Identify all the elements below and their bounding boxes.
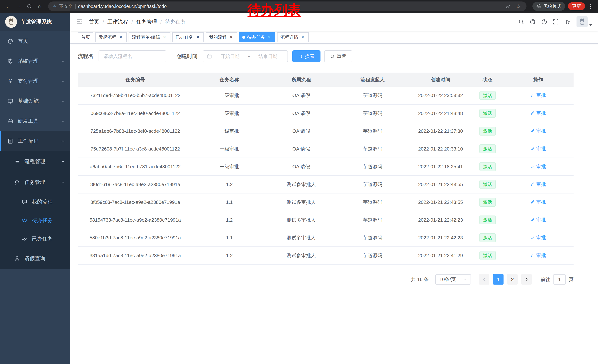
close-icon[interactable]: ✕ <box>300 35 305 40</box>
approve-link[interactable]: 审批 <box>530 163 546 170</box>
tag-process-detail[interactable]: 流程详情✕ <box>277 32 309 42</box>
approve-link[interactable]: 审批 <box>530 181 546 187</box>
approve-link[interactable]: 审批 <box>530 252 546 259</box>
cell-process: 测试多审批人 <box>266 247 336 264</box>
page-unit-label: 页 <box>569 276 573 283</box>
cell-created: 2022-01-22 20:33:10 <box>409 140 472 158</box>
sidebar-item-todo-tasks[interactable]: 待办任务 <box>0 211 70 230</box>
breadcrumb-separator: / <box>132 19 133 25</box>
status-badge: 激活 <box>479 127 496 135</box>
end-date-placeholder[interactable]: 结束日期 <box>252 53 284 60</box>
sidebar-item-system[interactable]: 系统管理 <box>0 51 70 71</box>
sidebar-item-home[interactable]: 首页 <box>0 31 70 51</box>
goto-page-input[interactable] <box>553 274 566 284</box>
browser-back-button[interactable]: ← <box>4 1 13 11</box>
page-button-2[interactable]: 2 <box>507 274 518 284</box>
tag-home[interactable]: 首页 <box>78 32 93 42</box>
filter-bar: 流程名 创建时间 开始日期 - 结束日期 搜索 重置 <box>78 50 590 62</box>
cell-initiator: 芋道源码 <box>336 211 409 229</box>
sidebar-item-my-process[interactable]: 我的流程 <box>0 193 70 211</box>
cell-task-id: 8f0d1619-7ac8-11ec-a9e2-a2380e71991a <box>78 176 193 193</box>
search-icon <box>518 19 524 25</box>
incognito-icon <box>536 4 541 9</box>
close-icon[interactable]: ✕ <box>267 35 272 40</box>
browser-refresh-button[interactable] <box>25 1 34 11</box>
sidebar-item-payment[interactable]: ¥ 支付管理 <box>0 71 70 91</box>
approve-link[interactable]: 审批 <box>530 235 546 241</box>
tag-start-process[interactable]: 发起流程✕ <box>95 32 127 42</box>
reset-button[interactable]: 重置 <box>324 50 352 62</box>
font-size-button[interactable] <box>564 19 570 25</box>
close-icon[interactable]: ✕ <box>229 35 234 40</box>
browser-forward-button[interactable]: → <box>14 1 24 11</box>
next-page-button[interactable] <box>521 274 532 284</box>
process-name-input[interactable] <box>99 50 166 62</box>
start-date-placeholder[interactable]: 开始日期 <box>214 53 246 60</box>
bookmark-star-icon[interactable]: ☆ <box>515 3 522 10</box>
status-badge: 激活 <box>479 109 496 118</box>
cell-task-id: 580e1b3d-7ac8-11ec-a9e2-a2380e71991a <box>78 229 193 247</box>
tag-label: 流程详情 <box>281 34 298 40</box>
cell-created: 2022-01-22 23:53:32 <box>409 87 472 105</box>
logo-avatar <box>5 16 17 28</box>
browser-home-button[interactable]: ⌂ <box>35 1 44 11</box>
approve-link[interactable]: 审批 <box>530 199 546 205</box>
github-button[interactable] <box>530 19 536 25</box>
breadcrumb-item-current: 待办任务 <box>165 18 186 25</box>
breadcrumb-item[interactable]: 工作流程 <box>108 18 128 25</box>
search-button[interactable] <box>518 19 524 25</box>
tag-form-edit[interactable]: 流程表单-编辑✕ <box>129 32 170 42</box>
approve-link[interactable]: 审批 <box>530 217 546 223</box>
date-range-picker[interactable]: 开始日期 - 结束日期 <box>203 50 288 62</box>
close-icon[interactable]: ✕ <box>118 35 123 40</box>
password-key-icon[interactable] <box>505 3 512 10</box>
cell-task-name: 1.2 <box>193 211 266 229</box>
prev-page-button[interactable] <box>479 274 490 284</box>
approve-link[interactable]: 审批 <box>530 128 546 134</box>
tags-view: 首页 发起流程✕ 流程表单-编辑✕ 已办任务✕ 我的流程✕ 待办任务✕ 流程详情… <box>70 31 598 44</box>
tag-my-process[interactable]: 我的流程✕ <box>206 32 237 42</box>
search-button[interactable]: 搜索 <box>292 50 321 62</box>
sidebar-item-label: 待办任务 <box>32 217 53 224</box>
sidebar-item-leave-query[interactable]: 请假查询 <box>0 248 70 269</box>
cell-task-name: 一级审批 <box>193 87 266 105</box>
page-size-select[interactable]: 10条/页 <box>435 274 471 284</box>
close-icon[interactable]: ✕ <box>162 35 167 40</box>
incognito-badge: 无痕模式 <box>532 2 565 11</box>
help-button[interactable] <box>541 19 547 25</box>
edit-icon <box>530 235 535 240</box>
cell-created: 2022-01-22 21:48:48 <box>409 105 472 122</box>
sidebar-item-process-mgmt[interactable]: 流程管理 <box>0 151 70 172</box>
sidebar-collapse-button[interactable] <box>76 18 83 25</box>
tag-label: 首页 <box>81 34 90 40</box>
sidebar-item-devtools[interactable]: 研发工具 <box>0 111 70 131</box>
cell-process: 测试多审批人 <box>266 211 336 229</box>
sidebar-logo[interactable]: 芋道管理系统 <box>0 13 70 31</box>
col-created: 创建时间 <box>409 73 472 87</box>
user-menu[interactable] <box>576 16 592 27</box>
edit-icon <box>530 146 535 151</box>
fullscreen-button[interactable] <box>553 19 559 25</box>
active-dot <box>242 36 245 39</box>
mascot-icon <box>8 18 15 25</box>
sidebar-item-infra[interactable]: 基础设施 <box>0 91 70 111</box>
sidebar-item-done-tasks[interactable]: 已办任务 <box>0 230 70 248</box>
tag-todo-tasks[interactable]: 待办任务✕ <box>239 32 275 42</box>
sidebar-item-workflow[interactable]: 工作流程 <box>0 131 70 151</box>
sidebar-item-task-mgmt[interactable]: 任务管理 <box>0 172 70 193</box>
breadcrumb-item[interactable]: 任务管理 <box>136 18 157 25</box>
cell-process: OA 请假 <box>266 122 336 140</box>
page-button-1[interactable]: 1 <box>493 274 504 284</box>
edit-icon <box>530 164 535 169</box>
close-icon[interactable]: ✕ <box>195 35 200 40</box>
breadcrumb-item[interactable]: 首页 <box>89 18 99 25</box>
cell-initiator: 芋道源码 <box>336 229 409 247</box>
cell-task-name: 1.2 <box>193 176 266 193</box>
status-badge: 激活 <box>479 162 496 171</box>
browser-update-button[interactable]: 更新 <box>568 2 585 10</box>
approve-link[interactable]: 审批 <box>530 146 546 152</box>
tag-done-tasks[interactable]: 已办任务✕ <box>172 32 204 42</box>
browser-menu-button[interactable]: ⋮ <box>587 3 594 9</box>
approve-link[interactable]: 审批 <box>530 92 546 98</box>
approve-link[interactable]: 审批 <box>530 110 546 116</box>
